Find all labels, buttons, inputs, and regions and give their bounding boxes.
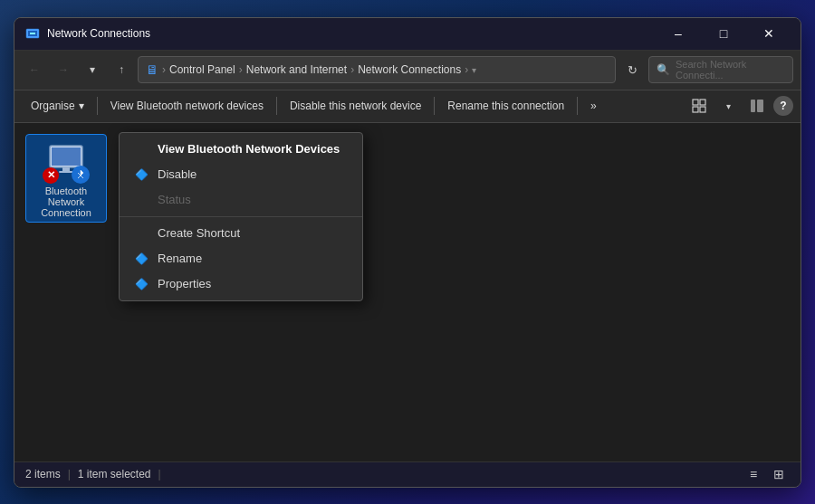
ctx-create-shortcut-icon	[134, 226, 149, 241]
toolbar-separator-2	[276, 97, 277, 115]
ctx-disable-label: Disable	[158, 167, 197, 181]
svg-rect-8	[757, 100, 763, 112]
ctx-rename-icon: 🔷	[134, 252, 149, 266]
toolbar-separator-3	[434, 97, 435, 115]
main-content: ✕ Bluetooth Network Connection	[14, 123, 801, 461]
pane-toggle-button[interactable]	[744, 93, 770, 119]
toolbar-separator-1	[97, 97, 98, 115]
forward-button[interactable]: →	[51, 57, 76, 82]
svg-rect-3	[693, 100, 698, 105]
more-chevron: »	[590, 100, 597, 112]
toolbar: Organise ▾ View Bluetooth network device…	[14, 90, 801, 123]
breadcrumb-sep-4: ›	[465, 63, 468, 76]
title-bar: Network Connections – □ ✕	[14, 18, 801, 51]
status-bar: 2 items | 1 item selected | ≡ ⊞	[14, 461, 801, 487]
ctx-view-bluetooth[interactable]: View Bluetooth Network Devices	[120, 137, 362, 162]
close-button[interactable]: ✕	[748, 20, 790, 47]
window-icon	[25, 26, 40, 41]
breadcrumb-sep-3: ›	[350, 63, 354, 76]
view-bluetooth-button[interactable]: View Bluetooth network devices	[101, 93, 273, 119]
toolbar-right: ▾ ?	[686, 93, 793, 119]
ctx-properties-label: Properties	[158, 277, 211, 290]
ctx-status-label: Status	[158, 193, 191, 206]
breadcrumb-network-internet[interactable]: Network and Internet	[246, 63, 347, 76]
ctx-properties-icon: 🔷	[134, 277, 149, 291]
ctx-view-bluetooth-icon	[134, 142, 149, 157]
ctx-create-shortcut-label: Create Shortcut	[158, 226, 240, 240]
svg-rect-5	[693, 107, 698, 112]
refresh-button[interactable]: ↻	[619, 57, 645, 82]
bluetooth-badge	[72, 166, 90, 184]
svg-rect-2	[30, 33, 35, 34]
rename-connection-label: Rename this connection	[447, 100, 564, 112]
ctx-status-icon	[134, 193, 149, 207]
ctx-status: Status	[120, 187, 362, 213]
address-breadcrumb[interactable]: 🖥 › Control Panel › Network and Internet…	[138, 56, 616, 83]
svg-rect-7	[751, 100, 755, 112]
window-controls: – □ ✕	[657, 20, 790, 47]
status-selected: 1 item selected	[78, 468, 151, 480]
back-button[interactable]: ←	[22, 57, 47, 82]
svg-rect-10	[52, 147, 81, 166]
ctx-disable[interactable]: 🔷 Disable	[120, 162, 362, 187]
view-chevron-button[interactable]: ▾	[715, 93, 741, 119]
nav-dropdown-button[interactable]: ▾	[80, 57, 105, 82]
view-chevron-icon: ▾	[726, 101, 731, 111]
ctx-separator	[120, 216, 362, 217]
up-button[interactable]: ↑	[109, 57, 134, 82]
breadcrumb-control-panel[interactable]: Control Panel	[169, 63, 235, 76]
ctx-rename[interactable]: 🔷 Rename	[120, 246, 362, 271]
organise-label: Organise	[31, 100, 75, 112]
svg-rect-4	[700, 100, 705, 105]
ctx-view-bluetooth-label: View Bluetooth Network Devices	[158, 142, 340, 156]
disable-device-button[interactable]: Disable this network device	[281, 93, 430, 119]
search-box[interactable]: 🔍 Search Network Connecti...	[648, 56, 793, 83]
maximize-button[interactable]: □	[703, 20, 744, 47]
status-right: ≡ ⊞	[743, 465, 790, 483]
bluetooth-item[interactable]: ✕ Bluetooth Network Connection	[25, 134, 107, 223]
view-bluetooth-label: View Bluetooth network devices	[110, 100, 264, 112]
ctx-properties[interactable]: 🔷 Properties	[120, 271, 362, 297]
breadcrumb-sep-1: ›	[162, 63, 166, 76]
help-button[interactable]: ?	[773, 96, 793, 116]
status-list-view-button[interactable]: ≡	[743, 465, 764, 483]
status-count: 2 items	[25, 468, 61, 480]
breadcrumb-network-connections[interactable]: Network Connections	[358, 63, 461, 76]
main-window: Network Connections – □ ✕ ← → ▾ ↑ 🖥 › Co…	[14, 17, 801, 488]
error-badge: ✕	[43, 167, 59, 184]
status-grid-view-button[interactable]: ⊞	[768, 465, 790, 483]
breadcrumb-icon: 🖥	[146, 62, 158, 77]
context-menu: View Bluetooth Network Devices 🔷 Disable…	[119, 132, 363, 301]
breadcrumb-trailing-chevron: ▾	[472, 65, 476, 75]
bluetooth-item-label: Bluetooth Network Connection	[30, 185, 102, 218]
view-toggle-button[interactable]	[686, 93, 712, 119]
bluetooth-icon-wrap: ✕	[44, 138, 88, 182]
disable-device-label: Disable this network device	[290, 100, 421, 112]
organise-chevron: ▾	[79, 100, 84, 112]
search-placeholder: Search Network Connecti...	[676, 59, 785, 81]
address-bar: ← → ▾ ↑ 🖥 › Control Panel › Network and …	[14, 51, 801, 90]
minimize-button[interactable]: –	[657, 20, 699, 47]
svg-rect-11	[62, 167, 70, 171]
svg-rect-6	[700, 107, 705, 112]
rename-connection-button[interactable]: Rename this connection	[438, 93, 573, 119]
toolbar-separator-4	[577, 97, 578, 115]
breadcrumb-sep-2: ›	[239, 63, 243, 76]
organise-button[interactable]: Organise ▾	[22, 93, 93, 119]
window-title: Network Connections	[47, 27, 657, 40]
ctx-disable-icon: 🔷	[134, 167, 149, 182]
ctx-create-shortcut[interactable]: Create Shortcut	[120, 221, 362, 246]
ctx-rename-label: Rename	[158, 252, 202, 265]
status-sep-1: |	[68, 468, 71, 480]
status-sep-2: |	[158, 468, 161, 480]
search-icon: 🔍	[657, 63, 670, 76]
more-button[interactable]: »	[581, 93, 606, 119]
